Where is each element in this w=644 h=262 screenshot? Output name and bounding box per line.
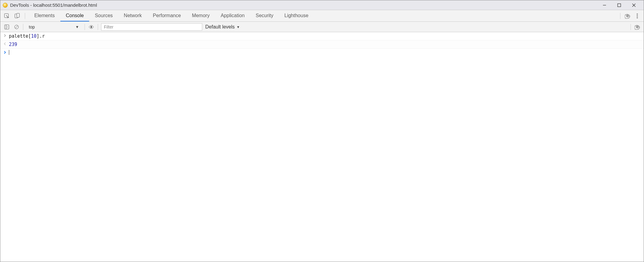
tab-security[interactable]: Security xyxy=(250,10,279,21)
live-expression-eye-icon[interactable] xyxy=(88,24,95,30)
console-entry-content: palette[10].r xyxy=(9,33,641,39)
tab-label: Lighthouse xyxy=(284,13,308,18)
devtools-favicon xyxy=(3,3,8,8)
tab-label: Network xyxy=(124,13,142,18)
tab-lighthouse[interactable]: Lighthouse xyxy=(279,10,314,21)
window-title: DevTools - localhost:5501/mandelbrot.htm… xyxy=(10,2,97,8)
tabbar-trailing xyxy=(616,10,644,21)
tab-label: Console xyxy=(66,13,84,18)
minimize-button[interactable] xyxy=(597,1,612,9)
tabbar-separator xyxy=(620,13,620,19)
toolbar-separator xyxy=(23,24,23,30)
levels-label: Default levels xyxy=(205,24,235,30)
execution-context-select[interactable]: top ▼ xyxy=(26,24,81,30)
text-caret xyxy=(9,50,9,55)
console-output-entry: 239 xyxy=(0,40,644,49)
tabbar-separator xyxy=(25,13,25,19)
console-settings-gear-icon[interactable] xyxy=(634,24,641,30)
window-titlebar: DevTools - localhost:5501/mandelbrot.htm… xyxy=(0,0,644,10)
device-toolbar-icon[interactable] xyxy=(14,13,21,19)
tab-label: Performance xyxy=(153,13,181,18)
devtools-tabbar: Elements Console Sources Network Perform… xyxy=(0,10,644,22)
console-prompt[interactable] xyxy=(0,49,644,56)
tab-performance[interactable]: Performance xyxy=(147,10,187,21)
toolbar-separator xyxy=(85,24,85,30)
console-filter-input[interactable] xyxy=(101,23,202,31)
toggle-console-sidebar-icon[interactable] xyxy=(3,24,10,30)
tab-label: Memory xyxy=(192,13,210,18)
svg-point-8 xyxy=(637,15,638,16)
tab-sources[interactable]: Sources xyxy=(89,10,118,21)
log-levels-select[interactable]: Default levels ▼ xyxy=(205,24,240,30)
svg-line-13 xyxy=(15,25,18,28)
toolbar-separator xyxy=(631,24,631,30)
tab-label: Elements xyxy=(34,13,55,18)
window-controls xyxy=(597,1,641,9)
console-toolbar: top ▼ Default levels ▼ xyxy=(0,22,644,32)
close-button[interactable] xyxy=(627,1,641,9)
input-chevron-icon xyxy=(3,33,9,37)
prompt-chevron-icon xyxy=(3,51,9,54)
tab-elements[interactable]: Elements xyxy=(29,10,60,21)
console-input-entry: palette[10].r xyxy=(0,32,644,40)
tab-memory[interactable]: Memory xyxy=(186,10,215,21)
svg-point-14 xyxy=(91,26,92,28)
tabbar-leading xyxy=(0,10,29,21)
svg-point-9 xyxy=(637,17,638,18)
console-entry-content: 239 xyxy=(9,42,641,47)
svg-rect-10 xyxy=(5,25,9,29)
maximize-button[interactable] xyxy=(612,1,627,9)
tab-label: Sources xyxy=(95,13,113,18)
chevron-down-icon: ▼ xyxy=(75,25,79,29)
svg-rect-1 xyxy=(618,4,621,7)
svg-rect-6 xyxy=(17,13,20,17)
tab-label: Application xyxy=(221,13,244,18)
svg-point-15 xyxy=(4,44,5,44)
tab-console[interactable]: Console xyxy=(60,10,89,21)
chevron-down-icon: ▼ xyxy=(237,25,240,29)
clear-console-icon[interactable] xyxy=(13,24,20,30)
tab-network[interactable]: Network xyxy=(118,10,147,21)
tab-application[interactable]: Application xyxy=(215,10,250,21)
svg-point-7 xyxy=(637,13,638,14)
devtools-tabs: Elements Console Sources Network Perform… xyxy=(29,10,314,21)
output-chevron-icon xyxy=(3,42,9,45)
tab-label: Security xyxy=(256,13,273,18)
console-output[interactable]: palette[10].r 239 xyxy=(0,32,644,262)
toolbar-separator xyxy=(98,24,98,30)
inspect-element-icon[interactable] xyxy=(3,13,10,19)
more-menu-icon[interactable] xyxy=(634,13,641,19)
context-value: top xyxy=(29,25,35,29)
settings-gear-icon[interactable] xyxy=(624,13,631,19)
